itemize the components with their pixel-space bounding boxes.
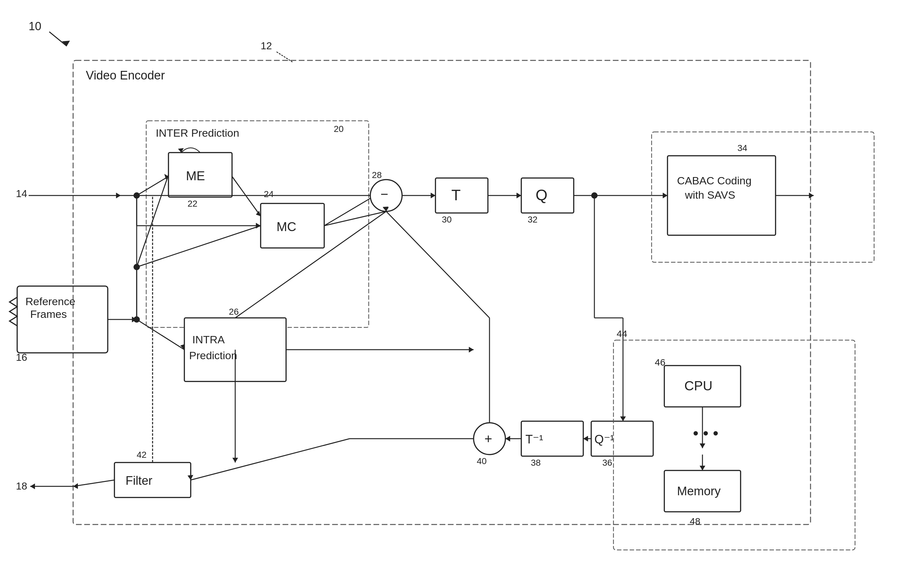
label-36: 36 (602, 458, 612, 468)
label-38: 38 (531, 458, 541, 468)
diagram-svg: 10 12 Video Encoder 14 Reference Frames … (0, 0, 924, 569)
diagram-container: 10 12 Video Encoder 14 Reference Frames … (0, 0, 924, 569)
label-24: 24 (264, 189, 274, 199)
label-16: 16 (16, 351, 27, 363)
svg-rect-41 (521, 178, 574, 213)
label-22: 22 (187, 199, 198, 208)
q-inv-text: Q⁻¹ (594, 433, 614, 446)
label-42: 42 (137, 450, 146, 459)
inter-pred-text: INTER Prediction (156, 127, 239, 139)
cabac-text2: with SAVS (685, 189, 735, 201)
svg-rect-38 (435, 178, 488, 213)
reference-frames-text: Reference (26, 295, 75, 307)
video-encoder-text: Video Encoder (86, 68, 165, 82)
label-20: 20 (334, 124, 343, 134)
label-40: 40 (477, 456, 486, 466)
t-text: T (451, 187, 460, 204)
dots: • • • (693, 424, 718, 442)
intra-text2: Prediction (189, 349, 237, 361)
t-inv-text: T⁻¹ (526, 433, 543, 446)
label-18: 18 (16, 480, 27, 492)
label-30: 30 (442, 215, 452, 224)
svg-text:+: + (485, 431, 492, 446)
label-12: 12 (261, 40, 272, 52)
cpu-text: CPU (684, 378, 713, 393)
label-48: 48 (690, 516, 700, 526)
label-32: 32 (527, 215, 538, 224)
svg-text:−: − (380, 187, 388, 202)
cabac-text1: CABAC Coding (677, 175, 751, 187)
intra-text1: INTRA (192, 333, 225, 345)
label-34: 34 (737, 143, 747, 153)
label-44: 44 (617, 329, 627, 339)
mc-text: MC (277, 220, 296, 234)
label-14: 14 (16, 188, 27, 199)
label-46: 46 (655, 357, 665, 367)
label-28: 28 (372, 170, 382, 180)
filter-text: Filter (126, 474, 153, 487)
q-text: Q (536, 187, 547, 204)
memory-text: Memory (677, 484, 720, 498)
me-text: ME (186, 169, 205, 183)
reference-frames-text2: Frames (30, 308, 67, 320)
label-26: 26 (229, 307, 239, 316)
main-label: 10 (29, 20, 41, 33)
